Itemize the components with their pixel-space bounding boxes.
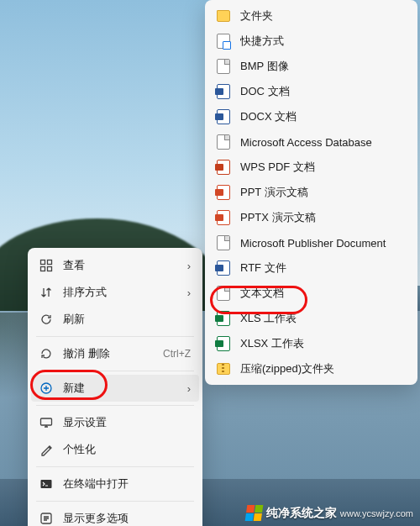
menu-more-label: 显示更多选项	[63, 511, 191, 526]
terminal-icon	[39, 477, 53, 491]
new-item-docx[interactable]: DOCX 文档	[208, 104, 414, 129]
new-item-pptx-label: PPTX 演示文稿	[240, 210, 406, 225]
new-item-zip[interactable]: 压缩(zipped)文件夹	[208, 356, 414, 381]
menu-new-label: 新建	[63, 381, 182, 396]
svg-rect-5	[41, 418, 52, 425]
desktop-wallpaper: 查看 › 排序方式 › 刷新	[0, 0, 420, 526]
sort-icon	[39, 286, 53, 299]
menu-undo-shortcut: Ctrl+Z	[163, 348, 191, 360]
menu-separator	[36, 336, 194, 337]
svg-rect-3	[48, 267, 52, 271]
new-item-ppt-label: PPT 演示文稿	[240, 185, 406, 200]
new-item-publisher[interactable]: Microsoft Publisher Document	[208, 230, 414, 255]
new-item-txt[interactable]: 文本文档	[208, 281, 414, 306]
shortcut-file-icon	[217, 34, 230, 48]
new-item-rtf-label: RTF 文件	[240, 260, 406, 276]
more-options-icon	[39, 512, 53, 525]
new-item-doc[interactable]: DOC 文档	[208, 79, 414, 104]
menu-separator	[36, 501, 194, 502]
svg-rect-2	[41, 267, 45, 271]
new-item-folder[interactable]: 文件夹	[208, 3, 414, 29]
new-submenu: 文件夹快捷方式BMP 图像DOC 文档DOCX 文档Microsoft Acce…	[205, 0, 417, 385]
new-item-xls[interactable]: XLS 工作表	[208, 306, 414, 331]
xlsx-file-icon	[217, 337, 230, 350]
docx-file-icon	[217, 110, 230, 124]
menu-view-label: 查看	[63, 258, 182, 273]
menu-terminal[interactable]: 在终端中打开	[31, 471, 199, 497]
new-item-txt-label: 文本文档	[240, 286, 406, 301]
ppt-file-icon	[217, 186, 230, 199]
rtf-file-icon	[217, 261, 230, 275]
watermark: 纯净系统之家 www.ycswjzy.com	[246, 505, 413, 521]
new-icon	[39, 381, 53, 395]
svg-rect-0	[41, 260, 45, 265]
new-item-xlsx[interactable]: XLSX 工作表	[208, 331, 414, 356]
new-item-docx-label: DOCX 文档	[240, 109, 406, 124]
menu-display-label: 显示设置	[63, 415, 191, 430]
menu-sort[interactable]: 排序方式 ›	[31, 279, 199, 306]
menu-undo[interactable]: 撤消 删除 Ctrl+Z	[31, 340, 199, 367]
new-item-pptx[interactable]: PPTX 演示文稿	[208, 205, 414, 230]
menu-refresh[interactable]: 刷新	[31, 306, 199, 333]
new-item-access-label: Microsoft Access Database	[240, 136, 406, 149]
new-item-wpspdf-label: WPS PDF 文档	[240, 160, 406, 175]
xls-file-icon	[217, 312, 230, 325]
chevron-right-icon: ›	[187, 287, 191, 299]
menu-show-more[interactable]: 显示更多选项	[31, 505, 199, 526]
new-item-rtf[interactable]: RTF 文件	[208, 255, 414, 281]
pptx-file-icon	[217, 211, 230, 224]
menu-personalize[interactable]: 个性化	[31, 436, 199, 463]
personalize-icon	[39, 443, 53, 456]
menu-sort-label: 排序方式	[63, 285, 182, 300]
access-file-icon	[217, 135, 230, 149]
new-item-shortcut-label: 快捷方式	[240, 34, 406, 49]
menu-refresh-label: 刷新	[63, 312, 191, 327]
new-item-xls-label: XLS 工作表	[240, 311, 406, 326]
txt-file-icon	[217, 287, 230, 300]
desktop-context-menu: 查看 › 排序方式 › 刷新	[28, 248, 202, 526]
new-item-wpspdf[interactable]: WPS PDF 文档	[208, 155, 414, 180]
new-item-access[interactable]: Microsoft Access Database	[208, 129, 414, 155]
new-item-zip-label: 压缩(zipped)文件夹	[240, 361, 406, 376]
menu-display-settings[interactable]: 显示设置	[31, 409, 199, 436]
new-item-publisher-label: Microsoft Publisher Document	[240, 237, 406, 250]
windows-logo-icon	[244, 505, 263, 521]
menu-new[interactable]: 新建 ›	[31, 375, 199, 402]
publisher-file-icon	[217, 236, 230, 250]
folder-file-icon	[217, 9, 230, 23]
wpspdf-file-icon	[217, 160, 230, 174]
watermark-brand: 纯净系统之家	[266, 506, 337, 521]
refresh-icon	[39, 313, 53, 326]
new-item-xlsx-label: XLSX 工作表	[240, 336, 406, 351]
display-icon	[39, 416, 53, 429]
view-icon	[39, 259, 53, 272]
new-item-bmp-label: BMP 图像	[240, 59, 406, 74]
menu-separator	[36, 466, 194, 467]
undo-icon	[39, 347, 53, 360]
new-item-folder-label: 文件夹	[240, 8, 406, 24]
menu-terminal-label: 在终端中打开	[63, 476, 191, 492]
svg-rect-6	[41, 480, 52, 488]
menu-separator	[36, 405, 194, 406]
new-item-doc-label: DOC 文档	[240, 84, 406, 99]
chevron-right-icon: ›	[187, 260, 191, 272]
new-item-bmp[interactable]: BMP 图像	[208, 54, 414, 79]
bmp-file-icon	[217, 60, 230, 73]
svg-rect-1	[48, 260, 52, 265]
new-item-ppt[interactable]: PPT 演示文稿	[208, 180, 414, 205]
chevron-right-icon: ›	[187, 382, 191, 395]
new-item-shortcut[interactable]: 快捷方式	[208, 29, 414, 54]
menu-separator	[36, 371, 194, 371]
watermark-url: www.ycswjzy.com	[340, 508, 413, 518]
doc-file-icon	[217, 85, 230, 98]
menu-undo-label: 撤消 删除	[63, 346, 163, 361]
menu-personalize-label: 个性化	[63, 442, 191, 457]
zip-file-icon	[217, 362, 230, 376]
menu-view[interactable]: 查看 ›	[31, 252, 199, 279]
